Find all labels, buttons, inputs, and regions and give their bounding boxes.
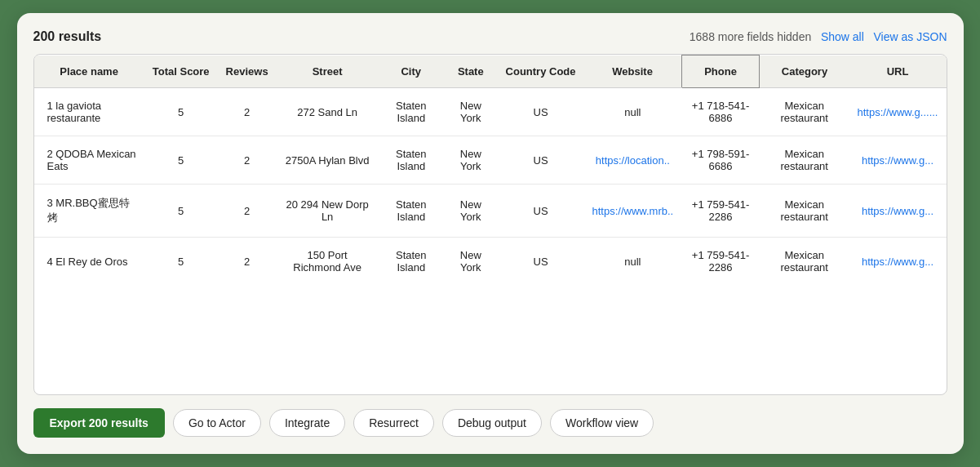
- cell-country_code: US: [498, 136, 584, 185]
- cell-phone: +1 759-541-2286: [681, 238, 760, 286]
- cell-website[interactable]: https://www.mrb..: [584, 185, 682, 238]
- table-header-row: Place name Total Score Reviews Street Ci…: [34, 56, 947, 88]
- cell-category: Mexican restaurant: [760, 136, 849, 185]
- top-bar: 200 results 1688 more fields hidden Show…: [33, 29, 947, 44]
- cell-city: Staten Island: [379, 136, 444, 185]
- main-container: 200 results 1688 more fields hidden Show…: [17, 13, 964, 454]
- go-to-actor-button[interactable]: Go to Actor: [173, 409, 261, 437]
- table-row: 1 la gaviota restaurante52272 Sand LnSta…: [34, 88, 947, 136]
- debug-output-button[interactable]: Debug output: [442, 409, 542, 437]
- cell-website[interactable]: null: [584, 88, 682, 136]
- cell-reviews: 2: [218, 136, 277, 185]
- col-category: Category: [760, 56, 849, 88]
- cell-reviews: 2: [218, 238, 277, 286]
- table-row: 2 QDOBA Mexican Eats522750A Hylan BlvdSt…: [34, 136, 947, 185]
- cell-total_score: 5: [144, 88, 218, 136]
- cell-place_name: 3 MR.BBQ蜜思特烤: [34, 185, 144, 238]
- col-phone: Phone: [681, 56, 760, 88]
- col-country-code: Country Code: [498, 56, 584, 88]
- bottom-bar: Export 200 results Go to Actor Integrate…: [33, 408, 947, 438]
- cell-country_code: US: [498, 185, 584, 238]
- col-total-score: Total Score: [144, 56, 218, 88]
- show-all-link[interactable]: Show all: [821, 30, 864, 43]
- cell-total_score: 5: [144, 238, 218, 286]
- cell-reviews: 2: [218, 185, 277, 238]
- cell-state: New York: [444, 185, 498, 238]
- table-row: 3 MR.BBQ蜜思特烤5220 294 New Dorp LnStaten I…: [34, 185, 947, 238]
- hidden-fields-info: 1688 more fields hidden Show all View as…: [690, 30, 947, 43]
- cell-city: Staten Island: [379, 185, 444, 238]
- col-state: State: [444, 56, 498, 88]
- cell-category: Mexican restaurant: [760, 88, 849, 136]
- cell-street: 2750A Hylan Blvd: [277, 136, 379, 185]
- hidden-fields-text: 1688 more fields hidden: [690, 30, 811, 43]
- cell-street: 20 294 New Dorp Ln: [277, 185, 379, 238]
- cell-phone: +1 759-541-2286: [681, 185, 760, 238]
- cell-category: Mexican restaurant: [760, 238, 849, 286]
- cell-city: Staten Island: [379, 88, 444, 136]
- table-row: 4 El Rey de Oros52150 Port Richmond AveS…: [34, 238, 947, 286]
- results-count: 200 results: [33, 29, 102, 44]
- col-url: URL: [849, 56, 946, 88]
- cell-website[interactable]: null: [584, 238, 682, 286]
- resurrect-button[interactable]: Resurrect: [353, 409, 434, 437]
- cell-place_name: 1 la gaviota restaurante: [34, 88, 144, 136]
- cell-url[interactable]: https://www.g...: [849, 238, 946, 286]
- col-reviews: Reviews: [218, 56, 277, 88]
- cell-url[interactable]: https://www.g...: [849, 185, 946, 238]
- cell-total_score: 5: [144, 185, 218, 238]
- cell-phone: +1 798-591-6686: [681, 136, 760, 185]
- cell-street: 272 Sand Ln: [277, 88, 379, 136]
- cell-url[interactable]: https://www.g......: [849, 88, 946, 136]
- cell-total_score: 5: [144, 136, 218, 185]
- col-city: City: [379, 56, 444, 88]
- cell-phone: +1 718-541-6886: [681, 88, 760, 136]
- cell-place_name: 2 QDOBA Mexican Eats: [34, 136, 144, 185]
- workflow-view-button[interactable]: Workflow view: [550, 409, 654, 437]
- cell-state: New York: [444, 238, 498, 286]
- cell-reviews: 2: [218, 88, 277, 136]
- cell-country_code: US: [498, 88, 584, 136]
- cell-url[interactable]: https://www.g...: [849, 136, 946, 185]
- cell-category: Mexican restaurant: [760, 185, 849, 238]
- col-place-name: Place name: [34, 56, 144, 88]
- table-wrapper: Place name Total Score Reviews Street Ci…: [33, 54, 947, 395]
- integrate-button[interactable]: Integrate: [269, 409, 345, 437]
- col-street: Street: [277, 56, 379, 88]
- cell-state: New York: [444, 136, 498, 185]
- view-as-json-link[interactable]: View as JSON: [874, 30, 947, 43]
- cell-place_name: 4 El Rey de Oros: [34, 238, 144, 286]
- export-button[interactable]: Export 200 results: [33, 408, 165, 438]
- col-website: Website: [584, 56, 682, 88]
- cell-street: 150 Port Richmond Ave: [277, 238, 379, 286]
- cell-website[interactable]: https://location..: [584, 136, 682, 185]
- cell-city: Staten Island: [379, 238, 444, 286]
- results-table: Place name Total Score Reviews Street Ci…: [34, 55, 947, 285]
- cell-state: New York: [444, 88, 498, 136]
- cell-country_code: US: [498, 238, 584, 286]
